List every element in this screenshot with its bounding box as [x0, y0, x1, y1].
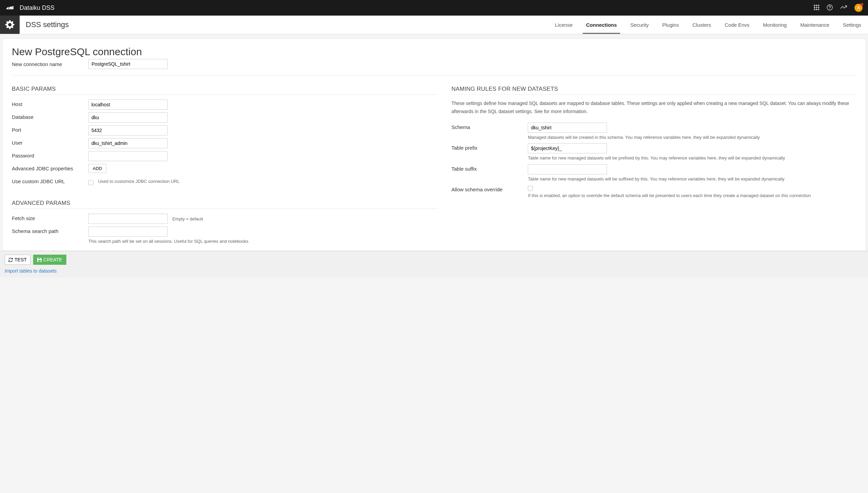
svg-rect-8 — [818, 9, 819, 10]
naming-rules-title: NAMING RULES FOR NEW DATASETS — [451, 86, 856, 95]
user-input[interactable] — [88, 138, 168, 148]
svg-rect-3 — [814, 7, 815, 8]
test-button-label: TEST — [15, 257, 27, 262]
svg-point-10 — [829, 8, 830, 9]
help-icon[interactable] — [827, 4, 833, 12]
page-heading: New PostgreSQL connection — [12, 46, 856, 58]
svg-rect-1 — [816, 5, 817, 6]
password-label: Password — [12, 151, 88, 158]
svg-rect-4 — [816, 7, 817, 8]
svg-rect-2 — [818, 5, 819, 6]
bird-logo-icon[interactable] — [5, 4, 14, 12]
tab-connections[interactable]: Connections — [579, 16, 624, 34]
tab-plugins[interactable]: Plugins — [655, 16, 686, 34]
create-button-label: CREATE — [43, 257, 62, 262]
connection-name-label: New connection name — [12, 61, 62, 67]
user-avatar[interactable]: A — [854, 4, 863, 12]
table-suffix-input[interactable] — [528, 164, 607, 174]
password-input[interactable] — [88, 151, 168, 161]
svg-rect-6 — [814, 9, 815, 10]
basic-params-title: BASIC PARAMS — [12, 86, 438, 95]
custom-jdbc-url-checkbox[interactable] — [88, 180, 93, 185]
table-prefix-label: Table prefix — [451, 143, 528, 151]
schema-search-help: This search path will be set on all sess… — [88, 238, 438, 245]
allow-schema-override-help: If this is enabled, an option to overrid… — [528, 192, 856, 199]
divider — [12, 75, 856, 76]
database-label: Database — [12, 112, 88, 120]
tab-maintenance[interactable]: Maintenance — [794, 16, 836, 34]
allow-schema-override-label: Allow schema override — [451, 185, 528, 192]
table-prefix-help: Table name for new managed datasets will… — [528, 155, 856, 162]
tab-license[interactable]: License — [548, 16, 580, 34]
refresh-icon — [8, 258, 13, 262]
import-tables-link[interactable]: Import tables to datasets — [5, 268, 57, 274]
settings-tabs: License Connections Security Plugins Clu… — [548, 16, 868, 34]
host-input[interactable] — [88, 100, 168, 110]
allow-schema-override-checkbox[interactable] — [528, 186, 533, 191]
tab-clusters[interactable]: Clusters — [686, 16, 718, 34]
app-title: Dataiku DSS — [20, 4, 55, 12]
app-header: Dataiku DSS A — [0, 0, 868, 16]
tab-security[interactable]: Security — [624, 16, 655, 34]
schema-label: Schema — [451, 123, 528, 130]
page-title: DSS settings — [20, 16, 75, 34]
schema-search-input[interactable] — [88, 227, 168, 237]
settings-gear-box[interactable] — [0, 16, 20, 34]
schema-search-label: Schema search path — [12, 227, 88, 234]
adv-jdbc-label: Advanced JDBC properties — [12, 164, 88, 171]
tab-code-envs[interactable]: Code Envs — [718, 16, 756, 34]
custom-jdbc-url-label: Use custom JDBC URL — [12, 177, 88, 184]
schema-help: Managed datasets will be created in this… — [528, 134, 856, 141]
table-suffix-label: Table suffix — [451, 164, 528, 172]
svg-rect-5 — [818, 7, 819, 8]
port-input[interactable] — [88, 125, 168, 135]
add-jdbc-property-button[interactable]: ADD — [88, 164, 106, 173]
naming-rules-description: These settings define how managed SQL da… — [451, 100, 856, 116]
table-prefix-input[interactable] — [528, 143, 607, 153]
create-button[interactable]: CREATE — [33, 255, 66, 265]
database-input[interactable] — [88, 112, 168, 123]
save-icon — [37, 258, 42, 262]
tab-monitoring[interactable]: Monitoring — [756, 16, 794, 34]
tab-settings[interactable]: Settings — [836, 16, 868, 34]
test-button[interactable]: TEST — [5, 255, 30, 265]
custom-jdbc-url-help: Used to customize JDBC connection URL — [98, 177, 180, 184]
host-label: Host — [12, 100, 88, 107]
svg-rect-7 — [816, 9, 817, 10]
activity-icon[interactable] — [840, 5, 847, 11]
fetch-size-input[interactable] — [88, 214, 168, 224]
svg-rect-0 — [814, 5, 815, 6]
truncate-help: When the columns did not change, should … — [98, 248, 273, 251]
advanced-params-title: ADVANCED PARAMS — [12, 200, 438, 209]
user-label: User — [12, 138, 88, 146]
fetch-size-help: Empty = default — [172, 214, 203, 221]
footer-bar: TEST CREATE Import tables to datasets — [0, 251, 868, 278]
connection-name-input[interactable] — [88, 59, 168, 69]
sub-header: DSS settings License Connections Securit… — [0, 16, 868, 34]
connection-form-panel: New PostgreSQL connection New connection… — [2, 38, 866, 251]
apps-grid-icon[interactable] — [814, 5, 819, 11]
truncate-label: Truncate to clear data — [12, 248, 88, 251]
port-label: Port — [12, 125, 88, 133]
fetch-size-label: Fetch size — [12, 214, 88, 221]
table-suffix-help: Table name for new managed datasets will… — [528, 176, 856, 183]
schema-input[interactable] — [528, 123, 607, 133]
